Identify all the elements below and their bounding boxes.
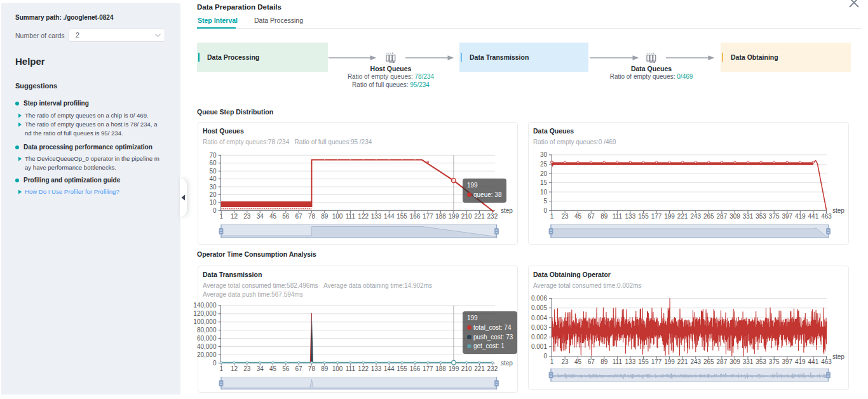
svg-text:5: 5 [543,198,547,205]
svg-text:199: 199 [664,213,675,220]
svg-text:step: step [832,207,844,214]
svg-text:188: 188 [435,213,446,220]
svg-text:177: 177 [651,213,662,220]
svg-text:199: 199 [449,213,459,220]
svg-text:1: 1 [219,365,223,372]
svg-text:0: 0 [213,207,217,214]
svg-text:10: 10 [540,189,548,196]
svg-text:20: 20 [540,170,548,177]
svg-text:12: 12 [231,213,238,220]
svg-text:133: 133 [625,213,636,220]
svg-text:40: 40 [209,175,217,182]
svg-text:375: 375 [769,213,780,220]
svg-text:0: 0 [543,207,547,214]
svg-text:353: 353 [756,213,766,220]
svg-text:30: 30 [540,151,548,158]
svg-text:0.003: 0.003 [531,324,547,331]
svg-text:45: 45 [269,365,277,372]
svg-text:155: 155 [638,213,649,220]
svg-text:1: 1 [550,358,554,365]
svg-text:111: 111 [346,213,356,220]
svg-text:120,000: 120,000 [193,310,217,317]
svg-text:50: 50 [209,168,217,175]
svg-text:step: step [832,353,844,360]
svg-text:12: 12 [231,365,238,372]
svg-text:419: 419 [795,358,806,365]
svg-text:25: 25 [540,161,548,168]
svg-text:70: 70 [209,152,217,159]
svg-text:199: 199 [664,358,675,365]
svg-text:177: 177 [423,213,433,220]
svg-text:210: 210 [461,365,472,372]
svg-text:1: 1 [219,213,223,220]
svg-text:287: 287 [717,213,728,220]
svg-text:45: 45 [574,358,582,365]
svg-text:221: 221 [677,358,688,365]
svg-text:122: 122 [358,213,369,220]
svg-text:23: 23 [243,213,251,220]
svg-text:1: 1 [550,213,554,220]
svg-text:140,000: 140,000 [193,302,217,309]
svg-text:30: 30 [209,184,217,191]
svg-text:67: 67 [295,365,303,372]
svg-text:133: 133 [371,213,382,220]
svg-text:463: 463 [821,358,832,365]
svg-text:0.006: 0.006 [531,295,547,302]
svg-text:122: 122 [358,365,369,372]
svg-text:56: 56 [282,213,290,220]
svg-text:15: 15 [540,179,548,186]
svg-text:78: 78 [308,213,316,220]
svg-text:45: 45 [269,213,277,220]
svg-text:243: 243 [690,358,701,365]
svg-text:step: step [501,360,513,367]
svg-text:111: 111 [613,358,623,365]
svg-text:287: 287 [717,358,728,365]
svg-text:155: 155 [638,358,649,365]
svg-text:45: 45 [574,213,582,220]
svg-text:232: 232 [487,365,498,372]
svg-text:80,000: 80,000 [197,327,217,334]
svg-text:34: 34 [257,365,264,372]
svg-text:375: 375 [769,358,780,365]
svg-text:100: 100 [332,365,343,372]
svg-text:111: 111 [613,213,623,220]
svg-text:60: 60 [209,159,217,166]
svg-text:20: 20 [209,191,217,198]
svg-text:0: 0 [213,360,217,367]
svg-text:20,000: 20,000 [197,351,217,358]
svg-text:265: 265 [703,213,714,220]
svg-text:34: 34 [257,213,264,220]
svg-text:166: 166 [410,365,421,372]
svg-text:89: 89 [600,358,608,365]
svg-text:100: 100 [332,213,343,220]
svg-text:23: 23 [562,213,569,220]
svg-text:133: 133 [625,358,636,365]
svg-text:0.001: 0.001 [531,343,547,350]
svg-text:441: 441 [808,213,819,220]
svg-text:463: 463 [821,213,832,220]
svg-text:177: 177 [423,365,433,372]
svg-text:0.004: 0.004 [531,314,547,321]
svg-text:23: 23 [562,358,569,365]
svg-text:221: 221 [474,365,485,372]
svg-text:441: 441 [808,358,819,365]
svg-text:60,000: 60,000 [197,335,217,342]
svg-text:step: step [501,207,513,214]
svg-text:331: 331 [743,358,754,365]
svg-text:23: 23 [243,365,251,372]
svg-text:133: 133 [371,365,382,372]
svg-text:89: 89 [600,213,608,220]
svg-text:397: 397 [782,358,792,365]
svg-text:89: 89 [321,365,329,372]
svg-text:397: 397 [782,213,792,220]
svg-text:0: 0 [543,353,547,360]
svg-text:309: 309 [729,213,740,220]
svg-text:353: 353 [756,358,766,365]
svg-text:67: 67 [588,213,595,220]
svg-text:0.005: 0.005 [531,304,547,311]
svg-text:56: 56 [282,365,290,372]
svg-text:144: 144 [384,213,395,220]
svg-text:166: 166 [410,213,421,220]
svg-text:199: 199 [449,365,459,372]
svg-text:419: 419 [795,213,806,220]
